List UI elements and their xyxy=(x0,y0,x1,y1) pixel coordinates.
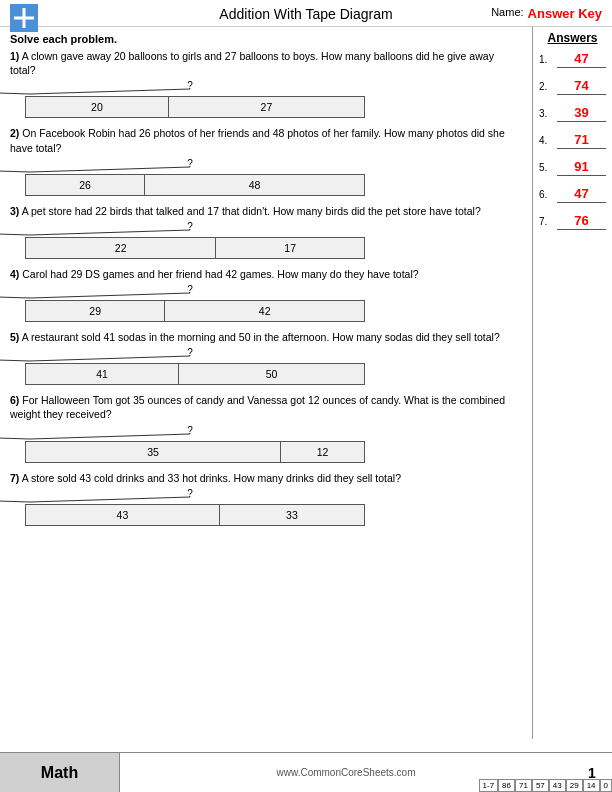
bracket-row-7: ? xyxy=(20,488,360,504)
tape-diagram-6: ? 35 12 xyxy=(20,425,360,463)
tape-boxes-4: 29 42 xyxy=(25,300,365,322)
problem-text-4: 4) Carol had 29 DS games and her friend … xyxy=(10,267,522,281)
footer-url: www.CommonCoreSheets.com xyxy=(120,767,572,778)
tape-boxes-5: 41 50 xyxy=(25,363,365,385)
tape-diagram-7: ? 43 33 xyxy=(20,488,360,526)
problem-text-3: 3) A pet store had 22 birds that talked … xyxy=(10,204,522,218)
tape-right-2: 48 xyxy=(144,174,365,196)
stat-val-5: 14 xyxy=(583,779,600,792)
answers-title: Answers xyxy=(539,31,606,45)
problem-text-2: 2) On Facebook Robin had 26 photos of he… xyxy=(10,126,522,154)
tape-right-1: 27 xyxy=(168,96,365,118)
tape-diagram-5: ? 41 50 xyxy=(20,347,360,385)
logo xyxy=(10,4,38,32)
stat-val-1: 71 xyxy=(515,779,532,792)
answer-value-5: 91 xyxy=(557,159,606,176)
problem-text-6: 6) For Halloween Tom got 35 ounces of ca… xyxy=(10,393,522,421)
tape-right-7: 33 xyxy=(219,504,365,526)
tape-boxes-2: 26 48 xyxy=(25,174,365,196)
problem-1: 1) A clown gave away 20 balloons to girl… xyxy=(10,49,522,118)
answer-key-label: Answer Key xyxy=(528,6,602,21)
tape-left-2: 26 xyxy=(25,174,144,196)
bracket-row-5: ? xyxy=(20,347,360,363)
stat-val-4: 29 xyxy=(566,779,583,792)
answer-value-6: 47 xyxy=(557,186,606,203)
stat-range: 1-7 xyxy=(479,779,499,792)
answers-container: 1. 47 2. 74 3. 39 4. 71 5. 91 6. 47 7. 7… xyxy=(539,51,606,230)
stat-val-6: 0 xyxy=(600,779,612,792)
tape-diagram-2: ? 26 48 xyxy=(20,158,360,196)
problem-7: 7) A store sold 43 cold drinks and 33 ho… xyxy=(10,471,522,526)
answer-value-7: 76 xyxy=(557,213,606,230)
answer-row-7: 7. 76 xyxy=(539,213,606,230)
tape-right-5: 50 xyxy=(178,363,365,385)
instructions: Solve each problem. xyxy=(10,33,522,45)
answer-num-4: 4. xyxy=(539,135,557,146)
tape-right-4: 42 xyxy=(164,300,365,322)
answer-num-7: 7. xyxy=(539,216,557,227)
bracket-row-1: ? xyxy=(20,80,360,96)
answer-row-3: 3. 39 xyxy=(539,105,606,122)
bracket-row-3: ? xyxy=(20,221,360,237)
bracket-row-6: ? xyxy=(20,425,360,441)
bracket-row-4: ? xyxy=(20,284,360,300)
answer-row-5: 5. 91 xyxy=(539,159,606,176)
worksheet-title: Addition With Tape Diagram xyxy=(219,6,392,22)
tape-left-7: 43 xyxy=(25,504,219,526)
footer: Math www.CommonCoreSheets.com 1 1-786715… xyxy=(0,752,612,792)
worksheet-page: Addition With Tape Diagram Name: Answer … xyxy=(0,0,612,792)
problem-3: 3) A pet store had 22 birds that talked … xyxy=(10,204,522,259)
answer-value-3: 39 xyxy=(557,105,606,122)
problems-container: 1) A clown gave away 20 balloons to girl… xyxy=(10,49,522,526)
answer-row-1: 1. 47 xyxy=(539,51,606,68)
footer-math-box: Math xyxy=(0,753,120,793)
header: Addition With Tape Diagram Name: Answer … xyxy=(0,0,612,27)
problem-num-7: 7) xyxy=(10,472,19,484)
problem-num-1: 1) xyxy=(10,50,19,62)
tape-diagram-4: ? 29 42 xyxy=(20,284,360,322)
problem-6: 6) For Halloween Tom got 35 ounces of ca… xyxy=(10,393,522,462)
problem-2: 2) On Facebook Robin had 26 photos of he… xyxy=(10,126,522,195)
tape-left-5: 41 xyxy=(25,363,178,385)
answer-row-4: 4. 71 xyxy=(539,132,606,149)
tape-right-3: 17 xyxy=(215,237,365,259)
name-area: Name: Answer Key xyxy=(491,6,602,21)
tape-diagram-3: ? 22 17 xyxy=(20,221,360,259)
problem-num-6: 6) xyxy=(10,394,19,406)
problem-text-5: 5) A restaurant sold 41 sodas in the mor… xyxy=(10,330,522,344)
name-label: Name: xyxy=(491,6,523,21)
main-content: Solve each problem. 1) A clown gave away… xyxy=(0,27,612,739)
tape-left-3: 22 xyxy=(25,237,215,259)
tape-right-6: 12 xyxy=(280,441,365,463)
answer-num-2: 2. xyxy=(539,81,557,92)
answer-num-1: 1. xyxy=(539,54,557,65)
tape-boxes-1: 20 27 xyxy=(25,96,365,118)
problem-num-2: 2) xyxy=(10,127,19,139)
answers-panel: Answers 1. 47 2. 74 3. 39 4. 71 5. 91 6.… xyxy=(532,27,612,739)
answer-num-6: 6. xyxy=(539,189,557,200)
bracket-row-2: ? xyxy=(20,158,360,174)
answer-row-6: 6. 47 xyxy=(539,186,606,203)
stat-val-3: 43 xyxy=(549,779,566,792)
tape-left-1: 20 xyxy=(25,96,168,118)
tape-boxes-6: 35 12 xyxy=(25,441,365,463)
stat-val-2: 57 xyxy=(532,779,549,792)
problem-4: 4) Carol had 29 DS games and her friend … xyxy=(10,267,522,322)
problem-text-7: 7) A store sold 43 cold drinks and 33 ho… xyxy=(10,471,522,485)
answer-row-2: 2. 74 xyxy=(539,78,606,95)
problem-num-4: 4) xyxy=(10,268,19,280)
answer-num-5: 5. xyxy=(539,162,557,173)
answer-value-2: 74 xyxy=(557,78,606,95)
tape-left-4: 29 xyxy=(25,300,164,322)
answer-value-1: 47 xyxy=(557,51,606,68)
tape-diagram-1: ? 20 27 xyxy=(20,80,360,118)
problem-5: 5) A restaurant sold 41 sodas in the mor… xyxy=(10,330,522,385)
footer-stats: 1-78671574329140 xyxy=(479,779,612,792)
answer-num-3: 3. xyxy=(539,108,557,119)
stat-val-0: 86 xyxy=(498,779,515,792)
tape-boxes-3: 22 17 xyxy=(25,237,365,259)
tape-boxes-7: 43 33 xyxy=(25,504,365,526)
footer-math-label: Math xyxy=(41,764,78,782)
tape-left-6: 35 xyxy=(25,441,280,463)
problem-num-3: 3) xyxy=(10,205,19,217)
